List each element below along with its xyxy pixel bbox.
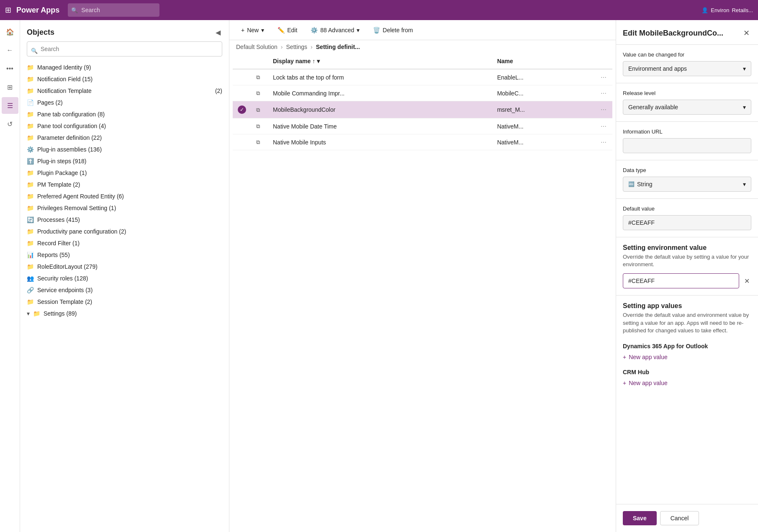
list-item-priv-removal[interactable]: 📁 Privileges Removal Setting (1) <box>20 202 229 214</box>
folder-icon: 📁 <box>27 205 34 211</box>
row-display-name: MobileBackgroundColor <box>268 101 492 118</box>
item-label: RoleEditorLayout (279) <box>37 263 222 270</box>
data-type-label: Data type <box>623 167 751 173</box>
app2-new-value-button[interactable]: + New app value <box>623 378 668 388</box>
top-nav-right: 👤 Environ Retails... <box>701 7 753 13</box>
value-changed-value: Environment and apps <box>628 65 687 72</box>
list-item-service-endpoints[interactable]: 🔗 Service endpoints (3) <box>20 284 229 296</box>
table-row[interactable]: ⧉ Native Mobile Inputs NativeM... ⋯ <box>233 134 612 150</box>
grid-icon[interactable]: ⊞ <box>5 5 11 15</box>
row-selected-check: ✓ <box>238 105 246 114</box>
plugin-icon: ⚙️ <box>27 146 34 153</box>
search-icon: 🔍 <box>71 7 78 13</box>
list-item-parameter-def[interactable]: 📁 Parameter definition (22) <box>20 132 229 144</box>
more-icon[interactable]: ⋯ <box>601 106 606 113</box>
row-display-name: Lock tabs at the top of form <box>268 69 492 85</box>
list-item-plugin-package[interactable]: 📁 Plugin Package (1) <box>20 167 229 179</box>
sidebar-item-dots[interactable]: ••• <box>2 60 18 77</box>
list-item-reports[interactable]: 📊 Reports (55) <box>20 249 229 261</box>
row-check-cell <box>233 69 251 85</box>
copy-icon: ⧉ <box>256 107 260 113</box>
list-item-preferred-agent[interactable]: 📁 Preferred Agent Routed Entity (6) <box>20 190 229 202</box>
list-item-pane-tab[interactable]: 📁 Pane tab configuration (8) <box>20 108 229 120</box>
sidebar-item-list[interactable]: ☰ <box>2 97 18 114</box>
table-row[interactable]: ⧉ Mobile Commanding Impr... MobileC... ⋯ <box>233 85 612 101</box>
edit-button[interactable]: ✏️ Edit <box>272 24 302 36</box>
global-search-input[interactable] <box>68 3 159 17</box>
list-item-notification-field[interactable]: 📁 Notification Field (15) <box>20 73 229 85</box>
copy-icon: ⧉ <box>256 123 260 129</box>
cancel-button[interactable]: Cancel <box>660 511 699 525</box>
sort-asc-icon: ↑ <box>312 58 315 64</box>
advanced-button[interactable]: ⚙️ 88 Advanced ▾ <box>306 24 365 36</box>
default-value-input[interactable] <box>623 215 751 230</box>
sidebar-item-home[interactable]: 🏠 <box>2 23 18 40</box>
list-item-settings[interactable]: ▾ 📁 Settings (89) <box>20 308 229 319</box>
row-copy-cell: ⧉ <box>251 85 268 101</box>
sidebar-item-history[interactable]: ↺ <box>2 116 18 132</box>
list-item-notification-template[interactable]: 📁 Notification Template (2) <box>20 85 229 97</box>
value-changed-dropdown[interactable]: Environment and apps ▾ <box>623 61 751 76</box>
list-item-processes[interactable]: 🔄 Processes (415) <box>20 214 229 226</box>
new-button[interactable]: + New ▾ <box>236 24 269 36</box>
list-item-plugin-steps[interactable]: ⬆️ Plug-in steps (918) <box>20 155 229 167</box>
data-type-value: String <box>637 181 653 188</box>
app1-new-value-button[interactable]: + New app value <box>623 352 668 362</box>
close-panel-button[interactable]: ✕ <box>742 27 751 39</box>
delete-button[interactable]: 🗑️ Delete from <box>368 24 418 36</box>
row-more[interactable]: ⋯ <box>596 118 612 134</box>
info-url-input[interactable] <box>623 138 751 153</box>
more-icon[interactable]: ⋯ <box>601 139 606 146</box>
item-label: Productivity pane configuration (2) <box>37 228 222 235</box>
list-item-record-filter[interactable]: 📁 Record Filter (1) <box>20 237 229 249</box>
sidebar-item-back[interactable]: ← <box>2 42 18 59</box>
save-button[interactable]: Save <box>623 511 657 525</box>
release-level-dropdown[interactable]: Generally available ▾ <box>623 100 751 115</box>
row-more[interactable]: ⋯ <box>596 85 612 101</box>
list-item-productivity-pane[interactable]: 📁 Productivity pane configuration (2) <box>20 226 229 237</box>
item-label: Reports (55) <box>37 252 222 258</box>
list-item-pm-template[interactable]: 📁 PM Template (2) <box>20 179 229 190</box>
breadcrumb: Default Solution › Settings › Setting de… <box>229 40 616 54</box>
environment-selector[interactable]: 👤 Environ Retails... <box>701 7 753 13</box>
app1-section: Dynamics 365 App for Outlook + New app v… <box>616 339 758 365</box>
list-item-security-roles[interactable]: 👥 Security roles (128) <box>20 272 229 284</box>
folder-icon: 📁 <box>27 123 34 129</box>
advanced-icon: ⚙️ <box>311 27 318 33</box>
list-item-plugin-assemblies[interactable]: ⚙️ Plug-in assemblies (136) <box>20 144 229 155</box>
list-item-pane-tool[interactable]: 📁 Pane tool configuration (4) <box>20 120 229 132</box>
copy-icon: ⧉ <box>256 74 260 80</box>
more-icon[interactable]: ⋯ <box>601 74 606 81</box>
data-type-dropdown[interactable]: 🔤 String ▾ <box>623 177 751 192</box>
row-more[interactable]: ⋯ <box>596 69 612 85</box>
col-check <box>233 54 251 69</box>
item-label: Settings (89) <box>44 310 222 317</box>
collapse-panel-button[interactable]: ◀ <box>214 27 222 38</box>
row-copy-cell: ⧉ <box>251 69 268 85</box>
col-display-name[interactable]: Display name ↑ ▾ <box>268 54 492 69</box>
string-type-icon: 🔤 <box>628 181 635 187</box>
list-item-role-editor[interactable]: 📁 RoleEditorLayout (279) <box>20 261 229 272</box>
row-more[interactable]: ⋯ <box>596 134 612 150</box>
breadcrumb-part2[interactable]: Settings <box>286 44 308 50</box>
list-item-session-template[interactable]: 📁 Session Template (2) <box>20 296 229 308</box>
more-icon[interactable]: ⋯ <box>601 123 606 130</box>
list-item-pages[interactable]: 📄 Pages (2) <box>20 97 229 108</box>
list-item-managed-identity[interactable]: 📁 Managed Identity (9) <box>20 62 229 73</box>
table-row[interactable]: ✓ ⧉ MobileBackgroundColor msret_M... ⋯ <box>233 101 612 118</box>
folder-icon: 📁 <box>27 134 34 141</box>
env-value-input[interactable] <box>623 273 739 288</box>
plus-icon: + <box>241 27 244 33</box>
objects-search-input[interactable] <box>27 41 222 57</box>
breadcrumb-part1[interactable]: Default Solution <box>236 44 278 50</box>
col-name[interactable]: Name <box>492 54 596 69</box>
more-icon[interactable]: ⋯ <box>601 90 606 97</box>
item-label: Security roles (128) <box>37 275 222 282</box>
row-name: NativeM... <box>492 134 596 150</box>
row-more[interactable]: ⋯ <box>596 101 612 118</box>
table-row[interactable]: ⧉ Lock tabs at the top of form EnableL..… <box>233 69 612 85</box>
sidebar-item-grid[interactable]: ⊞ <box>2 79 18 95</box>
table-row[interactable]: ⧉ Native Mobile Date Time NativeM... ⋯ <box>233 118 612 134</box>
env-clear-button[interactable]: ✕ <box>743 275 751 287</box>
security-icon: 👥 <box>27 275 34 282</box>
